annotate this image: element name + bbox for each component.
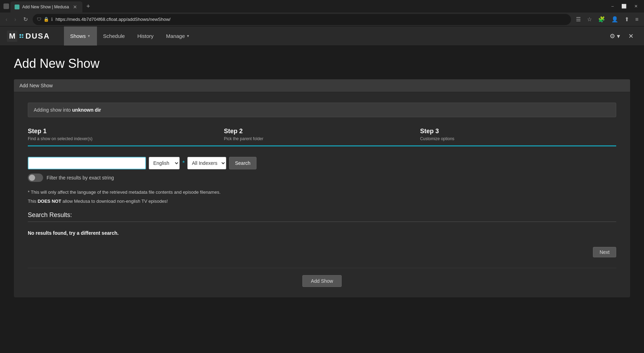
language-asterisk: * bbox=[182, 160, 185, 166]
nav-item-history[interactable]: History bbox=[131, 26, 160, 46]
step-2-desc: Pick the parent folder bbox=[224, 136, 420, 141]
nav-item-manage[interactable]: Manage ▼ bbox=[160, 26, 196, 46]
shows-dropdown-arrow: ▼ bbox=[87, 34, 91, 38]
tab-favicon-icon bbox=[15, 5, 19, 9]
logo-dot bbox=[19, 37, 21, 38]
steps-container: Step 1 Find a show on selected indexer(s… bbox=[28, 128, 616, 146]
logo-dot bbox=[22, 37, 24, 38]
toggle-row: Filter the results by exact string bbox=[28, 174, 616, 182]
window-close-button[interactable]: ✕ bbox=[631, 2, 641, 10]
step-2: Step 2 Pick the parent folder bbox=[224, 128, 420, 146]
reader-mode-button[interactable]: ☰ bbox=[574, 15, 583, 24]
main-card: Add New Show Adding show into unknown di… bbox=[14, 79, 630, 297]
card-tab-label[interactable]: Add New Show bbox=[19, 83, 53, 88]
nav-right: ⚙ ▾ ✕ bbox=[606, 30, 637, 42]
next-button-row: Next bbox=[28, 247, 616, 257]
forward-button[interactable]: › bbox=[12, 15, 18, 24]
nav-item-shows[interactable]: Shows ▼ bbox=[64, 26, 97, 46]
shield-icon: 🛡 bbox=[37, 17, 41, 22]
address-bar-container[interactable]: 🛡 🔒 ℹ bbox=[33, 14, 571, 25]
note-line-1: * This will only affect the language of … bbox=[28, 189, 616, 196]
step-1: Step 1 Find a show on selected indexer(s… bbox=[28, 128, 224, 146]
bookmark-button[interactable]: ☆ bbox=[585, 15, 594, 24]
logo-grid bbox=[19, 34, 23, 38]
manage-dropdown-arrow: ▼ bbox=[186, 34, 190, 38]
top-nav: M DUSA Shows ▼ Schedule History Manage bbox=[0, 26, 644, 46]
refresh-button[interactable]: ↻ bbox=[21, 15, 30, 24]
info-banner-text: Adding show into unknown dir bbox=[34, 107, 101, 113]
search-results-section: Search Results: No results found, try a … bbox=[28, 211, 616, 257]
results-header: Search Results: bbox=[28, 211, 616, 222]
info-icon: ℹ bbox=[51, 17, 53, 22]
exact-string-toggle[interactable] bbox=[28, 174, 43, 182]
browser-tab[interactable]: Add New Show | Medusa ✕ bbox=[10, 1, 82, 13]
step-3: Step 3 Customize options bbox=[420, 128, 616, 146]
lock-icon: 🔒 bbox=[43, 17, 49, 22]
security-icons: 🛡 🔒 ℹ bbox=[37, 17, 53, 22]
toggle-label: Filter the results by exact string bbox=[47, 175, 114, 180]
language-select[interactable]: English French German Spanish bbox=[149, 157, 180, 169]
info-banner: Adding show into unknown dir bbox=[28, 103, 616, 117]
page-title: Add New Show bbox=[14, 56, 630, 71]
nav-right-icons: ☰ ☆ 🧩 👤 ⬆ ≡ bbox=[574, 15, 641, 24]
step-3-label: Step 3 bbox=[420, 128, 616, 135]
sync-button[interactable]: ⬆ bbox=[622, 15, 631, 24]
step-3-desc: Customize options bbox=[420, 136, 616, 141]
card-header: Add New Show bbox=[14, 79, 630, 92]
settings-button[interactable]: ⚙ ▾ bbox=[606, 30, 623, 42]
add-show-button[interactable]: Add Show bbox=[302, 275, 342, 287]
card-body: Adding show into unknown dir Step 1 Find… bbox=[14, 92, 630, 297]
add-show-row: Add Show bbox=[28, 268, 616, 287]
no-results-message: No results found, try a different search… bbox=[28, 225, 616, 241]
step-1-desc: Find a show on selected indexer(s) bbox=[28, 136, 224, 141]
toggle-slider bbox=[28, 174, 43, 182]
new-tab-button[interactable]: + bbox=[84, 1, 93, 11]
search-button[interactable]: Search bbox=[229, 157, 256, 169]
note-line-2: This DOES NOT allow Medusa to download n… bbox=[28, 198, 616, 205]
browser-titlebar: Add New Show | Medusa ✕ + – ⬜ ✕ bbox=[0, 0, 644, 13]
step-1-label: Step 1 bbox=[28, 128, 224, 135]
logo: M DUSA bbox=[7, 31, 50, 42]
step-2-label: Step 2 bbox=[224, 128, 420, 135]
tab-close-button[interactable]: ✕ bbox=[72, 4, 78, 10]
logo-dot bbox=[19, 34, 21, 36]
page-content: Add New Show Add New Show Adding show in… bbox=[0, 46, 644, 308]
extensions-button[interactable]: 🧩 bbox=[596, 15, 607, 24]
browser-nav-bar: ‹ › ↻ 🛡 🔒 ℹ ☰ ☆ 🧩 👤 ⬆ ≡ bbox=[0, 13, 644, 26]
window-maximize-button[interactable]: ⬜ bbox=[619, 2, 629, 10]
window-minimize-button[interactable]: – bbox=[609, 2, 617, 10]
window-controls: – ⬜ ✕ bbox=[609, 2, 641, 10]
show-search-input[interactable] bbox=[28, 157, 146, 169]
search-form: English French German Spanish * All Inde… bbox=[28, 157, 616, 169]
nav-items: Shows ▼ Schedule History Manage ▼ bbox=[64, 26, 606, 46]
app-wrapper: M DUSA Shows ▼ Schedule History Manage bbox=[0, 26, 644, 353]
nav-close-button[interactable]: ✕ bbox=[625, 30, 637, 42]
logo-dot bbox=[22, 34, 24, 36]
indexers-select[interactable]: All Indexers TVDB TMDB bbox=[187, 157, 226, 169]
profile-button[interactable]: 👤 bbox=[609, 15, 620, 24]
back-button[interactable]: ‹ bbox=[3, 15, 9, 24]
logo-m-letter: M bbox=[7, 31, 17, 42]
url-input[interactable] bbox=[56, 17, 567, 22]
browser-chrome: Add New Show | Medusa ✕ + – ⬜ ✕ ‹ › ↻ 🛡 … bbox=[0, 0, 644, 26]
next-button[interactable]: Next bbox=[593, 247, 616, 257]
tab-favicon bbox=[3, 3, 9, 9]
nav-item-schedule[interactable]: Schedule bbox=[97, 26, 131, 46]
tab-title: Add New Show | Medusa bbox=[22, 5, 69, 9]
menu-button[interactable]: ≡ bbox=[633, 15, 641, 24]
logo-text: DUSA bbox=[25, 32, 50, 41]
